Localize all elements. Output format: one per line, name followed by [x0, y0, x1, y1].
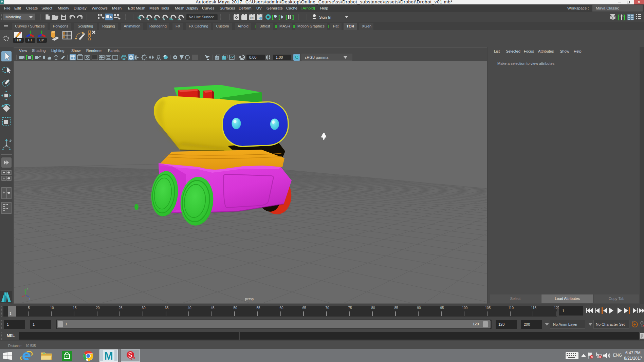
svg-text:1.00: 1.00	[276, 55, 283, 59]
svg-text:z: z	[29, 297, 30, 300]
svg-text:Sign In: Sign In	[319, 15, 331, 19]
svg-text:0.00: 0.00	[249, 55, 256, 59]
svg-text:IPR: IPR	[250, 17, 254, 19]
svg-text:sRGB gamma: sRGB gamma	[305, 55, 329, 59]
svg-text:y: y	[27, 287, 28, 290]
svg-text:M: M	[104, 350, 113, 361]
svg-text:[: [	[286, 14, 288, 20]
svg-text:]: ]	[292, 14, 294, 20]
svg-text:[: [	[272, 14, 274, 20]
svg-text:[: [	[618, 14, 620, 20]
svg-text:T: T	[114, 56, 116, 59]
svg-text:]: ]	[31, 54, 33, 60]
svg-text:[: [	[26, 54, 27, 60]
svg-text:[: [	[278, 14, 280, 20]
